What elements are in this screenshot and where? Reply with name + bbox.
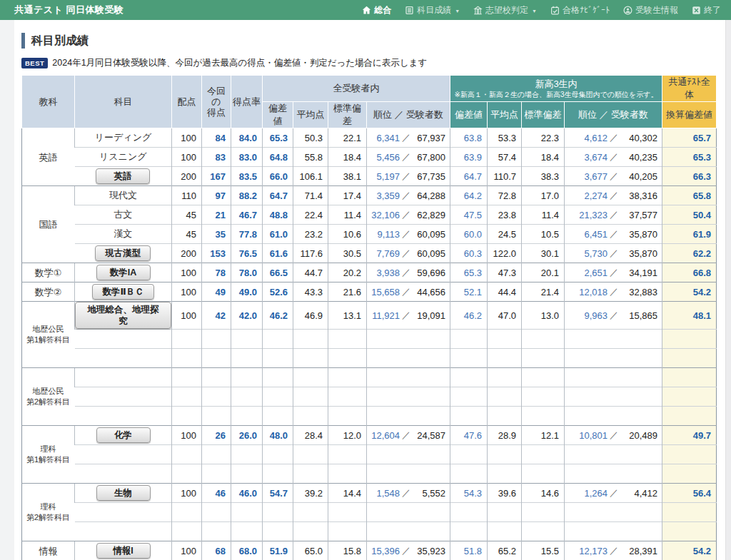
- allocation-cell: 110: [172, 186, 202, 205]
- sd-all-cell: [328, 407, 367, 426]
- examinee-count: 60,095: [413, 229, 450, 240]
- group-grade3-note: ※新高１・新高２生の場合、新高3生母集団内での順位を示す。: [452, 90, 660, 99]
- content-area: 科目別成績 BEST 2024年1月同日体験受験以降、今回が過去最高の得点・偏差…: [14, 20, 725, 560]
- nav-item-overview[interactable]: 総合: [362, 4, 391, 16]
- rank-value: 6,341: [367, 133, 400, 143]
- nav-item-pass-navigate[interactable]: 合格ﾅﾋﾞｹﾞｰﾄ: [550, 4, 610, 16]
- mean-g3-cell: [488, 330, 522, 349]
- mean-g3-cell: [488, 503, 522, 522]
- converted-deviation-cell: 54.2: [662, 282, 717, 302]
- subject-button[interactable]: 現古漢型: [95, 245, 151, 261]
- subject-label: リーディング: [95, 132, 152, 143]
- converted-deviation-cell: 62.2: [662, 244, 717, 263]
- rank-g3-cell: [565, 407, 662, 426]
- nav-item-examinee-info[interactable]: 受験生情報: [623, 4, 678, 16]
- mean-g3-cell: [488, 368, 522, 387]
- rank-value: 11,921: [367, 310, 400, 321]
- mean-g3-cell: [488, 445, 522, 464]
- rank-separator: ／: [608, 487, 620, 499]
- allocation-cell: 100: [172, 128, 202, 148]
- examinee-count: 35,870: [620, 248, 662, 259]
- subject-button[interactable]: 生物: [96, 485, 151, 501]
- subject-button[interactable]: 数学IA: [96, 265, 151, 280]
- subject-button[interactable]: 数学ⅡＢＣ: [92, 284, 153, 300]
- rank-separator: ／: [608, 248, 620, 260]
- subject-cell: 現代文: [75, 186, 172, 205]
- nav-item-school-judgement[interactable]: 志望校判定 ▼: [473, 4, 537, 16]
- header-deviation-g3: 偏差値: [450, 102, 488, 128]
- subject-cell: リスニング: [75, 148, 172, 167]
- examinee-count: 28,391: [620, 546, 662, 556]
- sd-g3-cell: 14.6: [522, 484, 565, 503]
- close-icon: [692, 6, 701, 15]
- rank-separator: ／: [608, 545, 620, 557]
- nav-item-subject-scores[interactable]: 科目成績 ▼: [405, 4, 460, 16]
- rank-value: 15,658: [367, 287, 400, 297]
- deviation-all-cell: 66.0: [263, 167, 293, 186]
- subject-area-label: 数学②: [22, 286, 74, 298]
- examinee-count: 5,552: [413, 488, 450, 499]
- subject-button[interactable]: 地理総合、地理探究: [75, 302, 171, 329]
- deviation-g3-cell: [450, 349, 488, 368]
- rank-value: 2,651: [565, 268, 608, 278]
- sd-all-cell: 38.1: [328, 167, 367, 186]
- converted-deviation-cell: 61.9: [662, 225, 717, 244]
- deviation-g3-cell: [450, 387, 488, 407]
- header-group-all-examinees: 全受験者内: [263, 76, 450, 102]
- sd-all-cell: 30.5: [328, 244, 367, 263]
- mean-g3-cell: 110.7: [488, 167, 522, 186]
- header-sd-g3: 標準偏差: [522, 102, 565, 128]
- mean-all-cell: 46.9: [293, 302, 328, 330]
- rank-separator: ／: [400, 190, 413, 202]
- score-cell: 97: [202, 186, 231, 205]
- rank-separator: ／: [608, 429, 620, 442]
- score-rate-cell: [231, 368, 263, 387]
- subject-button[interactable]: 情報I: [96, 543, 151, 559]
- rank-all-cell: [367, 503, 450, 522]
- header-subject: 科目: [75, 76, 172, 128]
- sd-g3-cell: [522, 349, 565, 368]
- examinee-count: 40,205: [620, 171, 662, 182]
- score-rate-cell: [231, 330, 263, 349]
- subject-label: 古文: [114, 209, 132, 220]
- table-row: リスニング1008383.064.855.818.45,456／67,80063…: [22, 148, 717, 167]
- rank-all-cell: 7,769／60,095: [367, 244, 450, 263]
- subject-area-label: 数学①: [22, 267, 74, 279]
- rank-all-cell: [367, 464, 450, 484]
- score-cell: [202, 445, 231, 464]
- subject-button[interactable]: 化学: [96, 427, 151, 443]
- score-rate-cell: 76.5: [231, 244, 263, 263]
- table-row: [22, 522, 717, 541]
- sd-all-cell: 10.6: [328, 225, 367, 244]
- score-cell: [202, 330, 231, 349]
- subject-label: リスニング: [99, 151, 147, 162]
- deviation-all-cell: 61.0: [263, 225, 293, 244]
- deviation-g3-cell: [450, 445, 488, 464]
- subject-cell: 情報I: [75, 541, 172, 560]
- mean-g3-cell: 65.2: [488, 541, 522, 560]
- converted-deviation-cell: 66.8: [662, 263, 717, 282]
- allocation-cell: 100: [172, 484, 202, 503]
- examinee-count: 37,577: [620, 210, 662, 220]
- rank-value: 21,323: [565, 210, 608, 220]
- deviation-g3-cell: [450, 330, 488, 349]
- deviation-all-cell: 65.3: [263, 128, 293, 148]
- sd-g3-cell: [522, 387, 565, 407]
- table-row: 漢文453577.861.023.210.69,113／60,09560.024…: [22, 225, 717, 244]
- subject-cell: 数学IA: [75, 263, 172, 282]
- deviation-all-cell: 64.8: [263, 148, 293, 167]
- score-rate-cell: 78.0: [231, 263, 263, 282]
- rank-separator: ／: [608, 228, 620, 240]
- subject-cell: [75, 445, 172, 464]
- scrollbar-track[interactable]: [725, 20, 731, 560]
- deviation-all-cell: [263, 464, 293, 484]
- nav-item-exit[interactable]: 終了: [692, 4, 721, 16]
- rank-all-cell: 3,359／64,288: [367, 186, 450, 205]
- table-row: 現古漢型20015376.561.6117.630.57,769／60,0956…: [22, 244, 717, 263]
- nav-label: 志望校判定: [485, 4, 528, 16]
- calendar-check-icon: [550, 6, 560, 15]
- subject-area-label: 第1解答科目: [22, 454, 74, 465]
- header-rank-g3: 順位 ／ 受験者数: [565, 102, 662, 128]
- subject-button[interactable]: 英語: [96, 168, 150, 184]
- table-row: 地歴公民第1解答科目地理総合、地理探究1004242.046.246.913.1…: [22, 302, 717, 330]
